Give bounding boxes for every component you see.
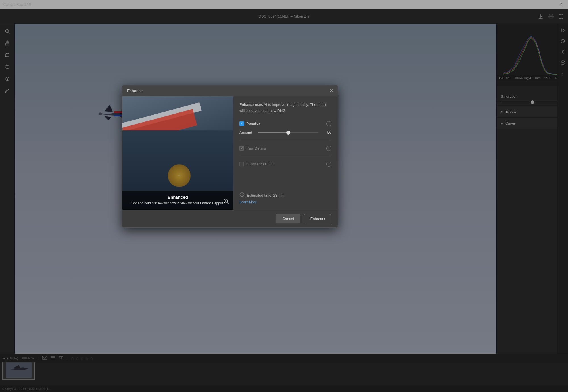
separator-1 (239, 141, 331, 141)
options-pane: Enhance uses AI to improve image quality… (233, 96, 338, 210)
spacer (239, 169, 331, 191)
dialog-footer: Cancel Enhance (122, 210, 338, 227)
amount-value: 50 (321, 130, 331, 135)
denoise-label: Denoise (246, 121, 324, 126)
amount-label: Amount (239, 130, 255, 135)
learn-more-link[interactable]: Learn More (239, 200, 331, 204)
denoise-checkbox[interactable] (239, 121, 244, 126)
cancel-button[interactable]: Cancel (276, 214, 300, 223)
super-resolution-row: Super Resolution i (239, 159, 331, 169)
dialog-body: ✦ Enhanced Click and hold preview window… (122, 96, 338, 210)
preview-zoom-icon[interactable] (223, 198, 229, 206)
raw-details-info-icon[interactable]: i (326, 146, 331, 151)
preview-overlay: Enhanced Click and hold preview window t… (122, 191, 233, 210)
enhance-description: Enhance uses AI to improve image quality… (239, 102, 331, 114)
super-resolution-label: Super Resolution (246, 162, 324, 166)
aircraft-badge: ✦ (168, 164, 191, 187)
super-resolution-info-icon[interactable]: i (326, 162, 331, 167)
estimated-time-row: Estimated time: 28 min (239, 192, 331, 198)
amount-thumb[interactable] (286, 131, 290, 135)
amount-row: Amount 50 (239, 130, 331, 135)
raw-details-row: Raw Details i (239, 144, 331, 153)
enhance-dialog: Enhance ✕ ✦ Enhanced Click and hold prev… (122, 85, 338, 228)
raw-details-label: Raw Details (246, 146, 324, 150)
dialog-titlebar: Enhance ✕ (122, 85, 338, 96)
preview-overlay-title: Enhanced (126, 195, 229, 200)
dialog-close-button[interactable]: ✕ (329, 89, 333, 93)
clock-icon (239, 192, 245, 198)
raw-details-checkbox[interactable] (239, 146, 244, 151)
denoise-info-icon[interactable]: i (326, 121, 331, 126)
separator-2 (239, 156, 331, 156)
amount-fill (258, 132, 288, 133)
preview-overlay-text: Click and hold preview window to view wi… (126, 201, 229, 206)
denoise-row: Denoise i (239, 119, 331, 129)
enhance-preview-pane[interactable]: ✦ Enhanced Click and hold preview window… (122, 96, 233, 210)
estimated-time-text: Estimated time: 28 min (247, 193, 284, 198)
enhance-button[interactable]: Enhance (304, 214, 331, 223)
super-resolution-checkbox[interactable] (239, 162, 244, 166)
amount-slider[interactable] (258, 130, 318, 135)
dialog-title: Enhance (127, 89, 143, 93)
